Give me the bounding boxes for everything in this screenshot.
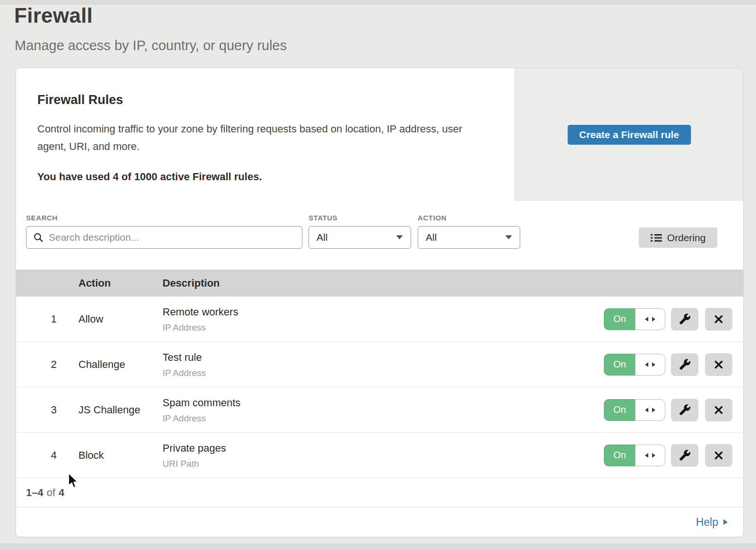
rule-action: Challenge xyxy=(78,358,125,371)
edit-rule-button[interactable] xyxy=(671,308,698,331)
left-right-arrows-icon xyxy=(644,453,656,458)
chevron-down-icon xyxy=(505,235,512,240)
rule-description: Remote workers xyxy=(163,306,238,318)
status-select[interactable]: All xyxy=(309,226,411,249)
help-link[interactable]: Help xyxy=(696,516,728,529)
action-label: ACTION xyxy=(418,214,447,222)
search-label: SEARCH xyxy=(26,214,58,222)
close-icon xyxy=(714,451,723,460)
rule-enabled-toggle[interactable]: On xyxy=(604,308,665,330)
firewall-rules-card: Firewall Rules Control incoming traffic … xyxy=(16,68,743,537)
firewall-rules-heading: Firewall Rules xyxy=(37,93,493,107)
rule-description-block: Remote workers IP Address xyxy=(163,306,238,332)
delete-rule-button[interactable] xyxy=(705,444,732,467)
table-row: 1 Allow Remote workers IP Address On xyxy=(16,297,743,342)
pagination-range: 1–4 xyxy=(26,487,43,499)
left-right-arrows-icon xyxy=(644,407,656,413)
toggle-handle-segment[interactable] xyxy=(635,354,665,375)
left-right-arrows-icon xyxy=(644,362,656,367)
rule-match-type: IP Address xyxy=(163,322,238,332)
search-input[interactable] xyxy=(49,232,295,243)
delete-rule-button[interactable] xyxy=(705,308,732,331)
rule-action: Block xyxy=(78,449,104,462)
pagination-summary: 1–4 of 4 xyxy=(16,478,743,507)
rule-description-block: Spam comments IP Address xyxy=(163,396,241,423)
ordering-button[interactable]: Ordering xyxy=(639,227,717,248)
firewall-rules-description: Control incoming traffic to your zone by… xyxy=(37,120,491,155)
rule-description-block: Test rule IP Address xyxy=(163,351,206,378)
rule-priority: 4 xyxy=(28,449,57,462)
rule-description-block: Private pages URI Path xyxy=(163,442,226,469)
rule-enabled-toggle[interactable]: On xyxy=(604,399,665,421)
pagination-total: 4 xyxy=(59,487,64,499)
rule-priority: 1 xyxy=(28,313,57,325)
status-select-value: All xyxy=(317,232,327,243)
pagination-of: of xyxy=(47,487,55,499)
window-top-edge xyxy=(0,0,756,5)
rule-match-type: URI Path xyxy=(163,458,226,469)
caret-right-icon xyxy=(723,519,728,525)
column-header-description: Description xyxy=(163,277,220,289)
wrench-icon xyxy=(679,358,691,370)
action-select[interactable]: All xyxy=(418,226,520,249)
rule-action: JS Challenge xyxy=(78,404,140,416)
edit-rule-button[interactable] xyxy=(671,399,698,421)
table-header: Action Description xyxy=(16,270,743,297)
toggle-handle-segment[interactable] xyxy=(635,399,665,421)
rule-match-type: IP Address xyxy=(163,413,241,423)
delete-rule-button[interactable] xyxy=(705,399,732,421)
card-header-text: Firewall Rules Control incoming traffic … xyxy=(16,68,493,183)
column-header-action: Action xyxy=(78,277,111,289)
wrench-icon xyxy=(679,449,691,461)
card-header: Firewall Rules Control incoming traffic … xyxy=(16,68,743,201)
toggle-on-segment[interactable]: On xyxy=(604,399,635,421)
rule-enabled-toggle[interactable]: On xyxy=(604,445,665,466)
chevron-down-icon xyxy=(396,235,403,240)
toggle-on-segment[interactable]: On xyxy=(604,354,635,375)
create-firewall-rule-button[interactable]: Create a Firewall rule xyxy=(567,125,691,145)
filters-bar: SEARCH STATUS All ACTION All xyxy=(16,201,743,270)
firewall-rules-usage: You have used 4 of 1000 active Firewall … xyxy=(37,171,493,183)
table-row: 2 Challenge Test rule IP Address On xyxy=(16,342,743,387)
toggle-handle-segment[interactable] xyxy=(635,445,665,466)
card-footer: Help xyxy=(16,507,743,537)
ordering-button-label: Ordering xyxy=(667,232,706,244)
help-link-label: Help xyxy=(696,516,718,529)
wrench-icon xyxy=(679,404,691,416)
rule-description: Private pages xyxy=(163,442,226,454)
status-label: STATUS xyxy=(309,214,337,222)
toggle-on-segment[interactable]: On xyxy=(604,445,635,466)
rule-match-type: IP Address xyxy=(163,367,206,378)
close-icon xyxy=(714,360,723,369)
close-icon xyxy=(714,314,723,324)
search-field[interactable] xyxy=(26,226,302,249)
table-row: 3 JS Challenge Spam comments IP Address … xyxy=(16,387,743,433)
rule-action: Allow xyxy=(78,313,103,325)
edit-rule-button[interactable] xyxy=(671,353,698,376)
rule-description: Test rule xyxy=(163,351,206,363)
rule-priority: 2 xyxy=(28,358,57,371)
rule-enabled-toggle[interactable]: On xyxy=(604,354,665,375)
window-bottom-edge xyxy=(0,543,756,550)
action-select-value: All xyxy=(426,232,437,243)
page-title: Firewall xyxy=(14,4,93,27)
search-icon xyxy=(33,232,43,243)
wrench-icon xyxy=(679,313,691,325)
close-icon xyxy=(714,405,723,415)
card-header-side-panel: Create a Firewall rule xyxy=(515,68,743,201)
delete-rule-button[interactable] xyxy=(705,353,732,376)
table-row: 4 Block Private pages URI Path On xyxy=(16,433,743,478)
rule-priority: 3 xyxy=(28,404,57,416)
page-subtitle: Manage access by IP, country, or query r… xyxy=(15,38,287,53)
left-right-arrows-icon xyxy=(644,316,656,322)
page-background: { "page": { "title": "Firewall", "subtit… xyxy=(0,0,756,550)
toggle-on-segment[interactable]: On xyxy=(604,308,635,330)
toggle-handle-segment[interactable] xyxy=(635,308,665,330)
edit-rule-button[interactable] xyxy=(671,444,698,467)
list-icon xyxy=(651,233,662,243)
rule-description: Spam comments xyxy=(163,396,241,409)
